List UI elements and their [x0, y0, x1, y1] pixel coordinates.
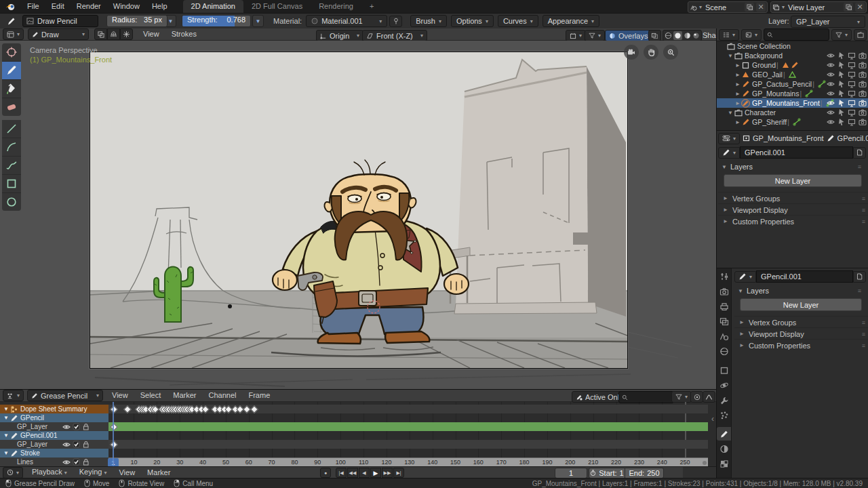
section-vertex-groups[interactable]: ►Vertex Groups≡	[734, 316, 868, 328]
outliner-row-ground[interactable]: ►Ground|	[717, 60, 868, 70]
workspace-tab[interactable]: +	[361, 0, 382, 13]
hide-eye-icon[interactable]	[827, 81, 835, 87]
workspace-tab[interactable]: Rendering	[311, 0, 361, 13]
orientation-selector[interactable]: Front (X-Z)▾	[362, 30, 427, 41]
record-button[interactable]: ●	[320, 468, 331, 478]
properties-tab-material[interactable]	[717, 442, 731, 455]
fake-user-icon[interactable]	[853, 147, 866, 159]
outliner-row-gp-cactus-pencil[interactable]: ►GP_Cactus_Pencil|	[717, 79, 868, 89]
viewport-visibility-icon[interactable]	[848, 62, 856, 69]
expander-icon[interactable]: ▼	[3, 450, 9, 456]
hide-eye-icon[interactable]	[827, 52, 835, 59]
xray-toggle-icon[interactable]	[648, 30, 661, 41]
view-layer-selector[interactable]: ▾ View Layer ✕	[770, 1, 867, 13]
frame-end-field[interactable]: End: 250	[625, 468, 664, 479]
dope-menu-view[interactable]: View	[106, 389, 134, 402]
viewport-menu-view[interactable]: View	[137, 28, 165, 41]
viewport-visibility-icon[interactable]	[848, 71, 856, 79]
play-reverse-button[interactable]: ◀	[359, 468, 370, 478]
mute-checkbox[interactable]	[73, 441, 80, 448]
expander-icon[interactable]: ►	[734, 91, 741, 97]
properties-editor-type-button[interactable]: ▾	[718, 133, 740, 144]
hide-eye-icon[interactable]	[827, 109, 835, 116]
overlays-filter-button[interactable]: ▾	[585, 30, 605, 41]
datablock-type-button[interactable]: ▾	[734, 271, 756, 283]
mode-selector[interactable]: Draw ▾	[28, 28, 89, 40]
properties-tab-scene[interactable]	[717, 329, 731, 343]
lock-icon[interactable]	[82, 423, 90, 430]
panel-dropdown-brush[interactable]: Brush▾	[410, 15, 447, 27]
selectable-icon[interactable]	[837, 80, 845, 88]
hide-eye-icon[interactable]	[827, 71, 835, 78]
timeline-menu-playback[interactable]: Playback ▾	[26, 466, 73, 479]
viewport-visibility-icon[interactable]	[848, 109, 856, 117]
expander-icon[interactable]: ▼	[3, 406, 9, 412]
outliner-display-mode-button[interactable]: ▾	[719, 29, 739, 41]
selectable-icon[interactable]	[837, 52, 845, 60]
channel-stroke[interactable]: ▼Stroke	[0, 449, 108, 458]
outliner-row-background[interactable]: ▼Background	[717, 51, 868, 60]
jump-to-start-button[interactable]: |◀	[336, 468, 347, 478]
region-collapse-arrow[interactable]: ‹	[711, 414, 714, 424]
section-viewport-display[interactable]: ►Viewport Display≡	[734, 327, 868, 340]
snap-curve-button[interactable]	[703, 391, 715, 403]
section-vertex-groups[interactable]: ►Vertex Groups≡	[718, 192, 868, 204]
hide-eye-icon[interactable]	[827, 119, 835, 125]
properties-tab-object[interactable]	[717, 363, 731, 377]
outliner-row-geo-jail[interactable]: ►GEO_Jail|	[717, 70, 868, 79]
strength-slider[interactable]: Strength:0.768	[182, 15, 251, 27]
new-layer-button[interactable]: New Layer	[724, 174, 862, 187]
dope-filter-button[interactable]: ▾	[671, 391, 692, 403]
layers-panel-header[interactable]: ▼Layers≡	[737, 285, 865, 296]
layers-panel-header[interactable]: ▼Layers≡	[721, 161, 865, 172]
section-custom-properties[interactable]: ►Custom Properties≡	[718, 215, 868, 227]
timeline-menu-keying[interactable]: Keying ▾	[73, 466, 113, 479]
selectable-icon[interactable]	[837, 108, 845, 117]
menu-window[interactable]: Window	[107, 0, 146, 13]
zoom-icon[interactable]	[663, 45, 678, 60]
stroke-placement-icon[interactable]	[107, 28, 120, 40]
dope-editor-type-button[interactable]: ▾	[3, 390, 24, 401]
render-visibility-icon[interactable]	[859, 100, 867, 106]
pan-hand-icon[interactable]	[644, 45, 658, 60]
viewport-menu-strokes[interactable]: Strokes	[165, 28, 203, 41]
cutter-tool[interactable]	[2, 43, 21, 62]
channel-gpencil[interactable]: ▼GPencil	[0, 413, 108, 422]
dope-menu-channel[interactable]: Channel	[202, 389, 242, 402]
hide-eye-icon[interactable]	[827, 62, 835, 68]
delete-scene-button[interactable]: ✕	[756, 3, 766, 12]
render-visibility-icon[interactable]	[859, 52, 867, 59]
datablock-type-button[interactable]: ▾	[718, 147, 740, 159]
timeline-ruler[interactable]: 1020304050607080901001101201301401501601…	[108, 458, 708, 467]
panel-dropdown-appearance[interactable]: Appearance▾	[542, 15, 599, 27]
expander-icon[interactable]: ▼	[3, 432, 9, 439]
selectable-icon[interactable]	[837, 61, 845, 69]
material-selector[interactable]: Material.001 ▾	[306, 15, 387, 27]
viewport-visibility-icon[interactable]	[848, 119, 856, 126]
channel-gp-layer[interactable]: GP_Layer	[0, 422, 108, 431]
lock-icon[interactable]	[82, 458, 90, 466]
material-shading-icon[interactable]	[684, 32, 691, 39]
scroll-dot[interactable]	[703, 461, 707, 465]
arc-tool[interactable]	[2, 138, 21, 157]
outliner-row-gp-mountains-front[interactable]: ►GP_Mountains_Front|	[717, 98, 868, 108]
menu-file[interactable]: File	[21, 0, 45, 13]
viewport-visibility-icon[interactable]	[848, 100, 856, 107]
selectable-icon[interactable]	[837, 70, 845, 79]
viewport-visibility-icon[interactable]	[848, 81, 856, 88]
viewport-visibility-icon[interactable]	[848, 90, 856, 98]
new-scene-button[interactable]	[745, 3, 754, 12]
new-layer-button[interactable]: New Layer	[740, 298, 862, 311]
outliner-filter-button[interactable]: ▾	[831, 29, 852, 41]
dope-menu-marker[interactable]: Marker	[167, 389, 202, 402]
hide-eye-icon[interactable]	[62, 459, 71, 466]
outliner-new-collection-button[interactable]	[854, 29, 867, 41]
panel-dropdown-curves[interactable]: Curves▾	[498, 15, 538, 27]
properties-tab-render[interactable]	[717, 285, 731, 298]
previous-keyframe-button[interactable]: ◀◀	[347, 468, 358, 478]
blender-logo-icon[interactable]	[5, 3, 16, 11]
hide-eye-icon[interactable]	[62, 441, 71, 448]
new-view-layer-button[interactable]	[844, 3, 853, 12]
outliner-search-input[interactable]	[764, 28, 829, 41]
timeline-menu-view[interactable]: View	[113, 466, 141, 479]
